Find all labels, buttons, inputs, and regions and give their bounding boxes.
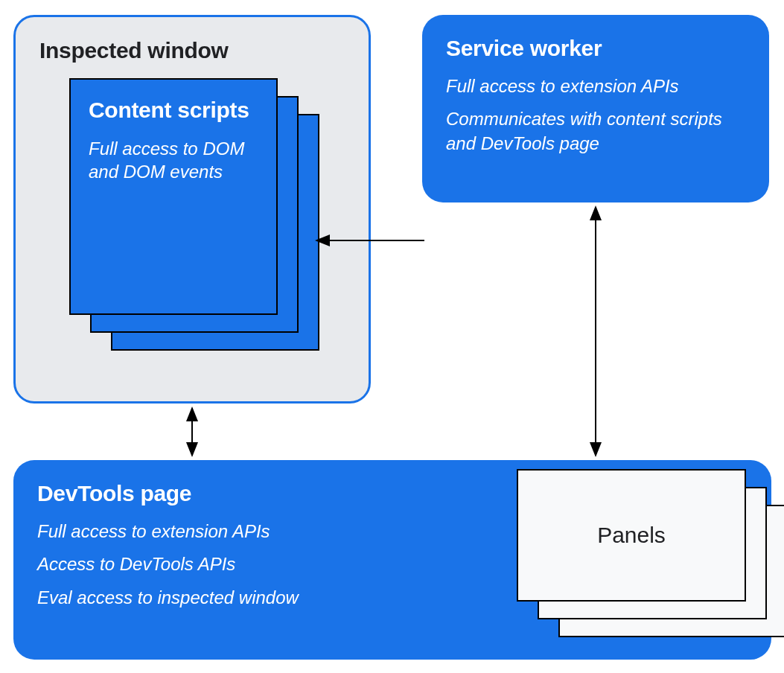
- devtools-page-box: DevTools page Full access to extension A…: [13, 460, 771, 660]
- service-worker-desc-2: Communicates with content scripts and De…: [446, 107, 745, 156]
- inspected-window-box: Inspected window Content scripts Full ac…: [13, 15, 371, 404]
- service-worker-box: Service worker Full access to extension …: [422, 15, 769, 202]
- service-worker-desc-1: Full access to extension APIs: [446, 74, 745, 98]
- panel-card-front: Panels: [517, 469, 746, 602]
- content-scripts-desc: Full access to DOM and DOM events: [89, 137, 258, 183]
- service-worker-title: Service worker: [446, 36, 745, 61]
- inspected-window-title: Inspected window: [39, 38, 345, 63]
- panels-label: Panels: [597, 523, 666, 548]
- panels-stack: Panels: [517, 469, 746, 602]
- content-scripts-title: Content scripts: [89, 98, 258, 124]
- diagram-container: Inspected window Content scripts Full ac…: [0, 0, 784, 673]
- content-scripts-stack: Content scripts Full access to DOM and D…: [69, 78, 345, 315]
- content-script-card-front: Content scripts Full access to DOM and D…: [69, 78, 278, 315]
